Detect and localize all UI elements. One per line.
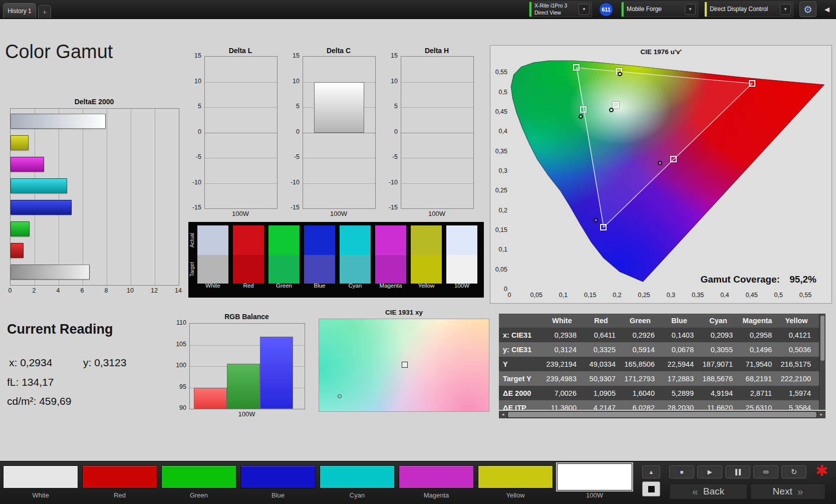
table-vertical-scrollbar[interactable] (819, 314, 825, 410)
delta_h-gridline (401, 133, 473, 133)
test-patch-green[interactable] (161, 465, 236, 488)
table-cell: 1,6040 (622, 389, 661, 397)
test-patch-blue[interactable] (240, 465, 316, 488)
swatch-target-green (268, 255, 300, 284)
tab-history-1[interactable]: History 1 (3, 3, 36, 18)
meter-count-badge: 611 (599, 3, 613, 17)
bottom-bar: WhiteRedGreenBlueCyanMagentaYellow100W ▲… (0, 461, 836, 504)
rgb-balance-x-label: 100W (189, 410, 304, 418)
rgb-bar-red (194, 388, 227, 409)
table-row: y: CIE310,31240,33250,59140,06780,30550,… (499, 342, 825, 357)
cie1976-y-tick: 0,4 (490, 128, 507, 135)
rgb-y-tick: 105 (171, 341, 186, 348)
back-button[interactable]: « Back (669, 483, 747, 499)
test-patch-label-cyan: Cyan (320, 491, 395, 499)
table-cell: 0,5914 (622, 346, 661, 354)
back-chevron-icon: « (692, 485, 698, 497)
delta_c-gridline (303, 158, 375, 158)
swatch-actual-blue (304, 225, 335, 255)
table-row-label: Y (499, 360, 544, 368)
table-cell: 1,0905 (583, 389, 622, 397)
meter-dropdown[interactable]: X-Rite i1Pro 3 Direct View ▼ (529, 2, 592, 17)
table-cell: 4,9194 (700, 389, 739, 397)
test-patch-yellow[interactable] (478, 465, 553, 488)
test-patch-white[interactable] (3, 465, 78, 488)
swatch-column-yellow: Yellow (411, 222, 442, 298)
test-patch-cyan[interactable] (320, 465, 395, 488)
refresh-button[interactable]: ↻ (781, 465, 806, 478)
pattern-window-button[interactable] (642, 481, 660, 496)
cie1931-panel (319, 319, 489, 412)
next-button[interactable]: Next » (750, 483, 825, 499)
table-horizontal-scrollbar[interactable]: ◄ ► (499, 411, 825, 418)
current-reading-cdm2: cd/m²: 459,69 (7, 395, 71, 407)
delta_l-gridline (205, 82, 277, 83)
deltae-gridline (131, 109, 131, 285)
table-header-blue: Blue (661, 317, 700, 325)
deltae-bar-100w (11, 265, 90, 280)
continuous-measure-button[interactable]: ∞ (753, 465, 778, 478)
target-marker-white (613, 102, 619, 108)
swatch-label: Blue (304, 283, 335, 289)
rgb-y-tick: 95 (171, 383, 186, 390)
test-patch-label-magenta: Magenta (399, 491, 474, 499)
table-cell: 49,0334 (583, 360, 622, 368)
scroll-left-icon[interactable]: ◄ (499, 411, 507, 418)
stop-icon: ■ (680, 469, 684, 475)
chevron-down-icon[interactable]: ▼ (685, 4, 696, 15)
table-row-label: ΔE ITP (499, 404, 544, 410)
current-reading-fl: fL: 134,17 (7, 376, 54, 388)
delta_c-y-tick: -15 (283, 204, 300, 211)
delta-l-x-label: 100W (204, 210, 276, 217)
source-dropdown[interactable]: Mobile Forge ▼ (621, 2, 698, 17)
test-patch-100w[interactable] (557, 463, 632, 490)
refresh-icon: ↻ (791, 467, 797, 476)
deltae-x-tick: 10 (125, 287, 135, 294)
chevron-down-icon[interactable]: ▼ (579, 4, 590, 15)
test-patch-red[interactable] (82, 465, 157, 488)
table-header-yellow: Yellow (778, 317, 817, 325)
delta_h-y-tick: -10 (381, 179, 398, 186)
collapse-panel-button[interactable]: ◀ (820, 2, 833, 17)
test-patch-magenta[interactable] (399, 465, 474, 488)
swatch-column-cyan: Cyan (340, 222, 371, 298)
swatch-label: Yellow (411, 283, 442, 289)
deltae-bar-magenta (11, 157, 44, 172)
chevron-down-icon[interactable]: ▼ (780, 4, 791, 15)
delta_l-gridline (205, 133, 277, 133)
pattern-up-button[interactable]: ▲ (642, 465, 660, 478)
scroll-right-icon[interactable]: ► (817, 411, 825, 418)
delta-l-title: Delta L (204, 47, 276, 55)
swatch-label: White (197, 283, 228, 289)
add-tab-button[interactable]: + (38, 5, 51, 18)
stop-button[interactable]: ■ (669, 465, 694, 478)
table-header-cyan: Cyan (700, 317, 739, 325)
gamut-coverage-label: Gamut Coverage: (700, 274, 779, 285)
table-cell: 171,2793 (622, 375, 661, 383)
pause-button[interactable] (725, 465, 750, 478)
test-patch-label-yellow: Yellow (478, 491, 553, 499)
swatch-label: Cyan (340, 283, 371, 289)
delta_l-y-tick: 0 (184, 128, 201, 135)
cie1976-y-tick: 0,55 (490, 69, 507, 76)
table-vscroll-thumb[interactable] (820, 316, 824, 361)
swatch-target-yellow (411, 255, 442, 284)
table-cell: 239,4983 (544, 375, 583, 383)
swatch-label: 100W (446, 283, 477, 289)
cie1931-title: CIE 1931 xy (319, 309, 489, 316)
deltae-bar-yellow (11, 135, 29, 150)
table-cell: 0,2938 (544, 331, 583, 339)
swatch-label: Green (268, 283, 300, 289)
delta-c-x-label: 100W (303, 210, 375, 217)
table-cell: 1,5974 (778, 389, 817, 397)
table-cell: 0,3325 (583, 346, 622, 354)
measured-marker-yellow (618, 72, 622, 76)
cie1976-x-tick: 0,2 (609, 292, 625, 299)
display-control-dropdown[interactable]: Direct Display Control ▼ (704, 2, 793, 17)
table-hscroll-thumb[interactable] (508, 412, 816, 417)
deltae-x-tick: 8 (101, 287, 111, 294)
table-cell: 7,0026 (544, 389, 583, 397)
settings-button[interactable]: ⚙ (799, 2, 816, 17)
play-button[interactable]: ▶ (697, 465, 722, 478)
delta_l-y-tick: 5 (184, 103, 201, 110)
